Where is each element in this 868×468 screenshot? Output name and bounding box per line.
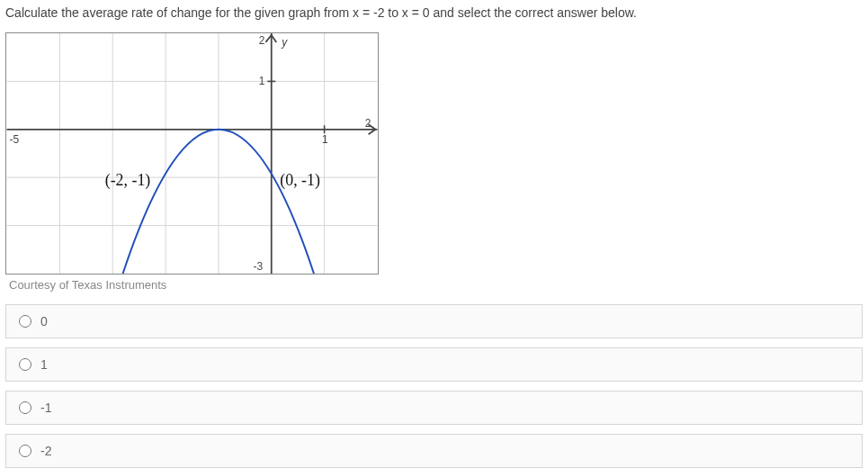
radio-0[interactable] — [19, 315, 31, 328]
point2-label: (0, -1) — [280, 171, 320, 190]
radio-3[interactable] — [19, 445, 31, 457]
option-0[interactable]: 0 — [5, 304, 863, 338]
option-1-label: 1 — [40, 357, 48, 372]
point1-label: (-2, -1) — [105, 171, 151, 190]
graph-panel: 2 y 1 -5 1 2 -3 (-2, -1) (0, -1) — [5, 32, 379, 274]
courtesy-text: Courtesy of Texas Instruments — [9, 278, 863, 292]
radio-1[interactable] — [19, 358, 31, 371]
x-right-tick: 2 — [365, 117, 371, 130]
question-text: Calculate the average rate of change for… — [5, 5, 863, 20]
option-2[interactable]: -1 — [5, 391, 863, 425]
y-axis-label: y — [281, 36, 288, 49]
x-left-tick: -5 — [10, 133, 20, 146]
option-0-label: 0 — [40, 314, 48, 328]
y-top-tick: 2 — [259, 34, 265, 47]
y-bottom-tick: -3 — [253, 260, 263, 273]
option-2-label: -1 — [40, 400, 51, 415]
y-mid-tick: 1 — [259, 75, 265, 87]
graph-svg: 2 y 1 -5 1 2 -3 (-2, -1) (0, -1) — [6, 33, 378, 274]
radio-2[interactable] — [19, 401, 31, 414]
option-1[interactable]: 1 — [5, 347, 863, 382]
options-list: 0 1 -1 -2 — [5, 304, 863, 468]
option-3-label: -2 — [40, 444, 51, 458]
x-tick-1: 1 — [322, 133, 328, 146]
option-3[interactable]: -2 — [5, 434, 863, 468]
